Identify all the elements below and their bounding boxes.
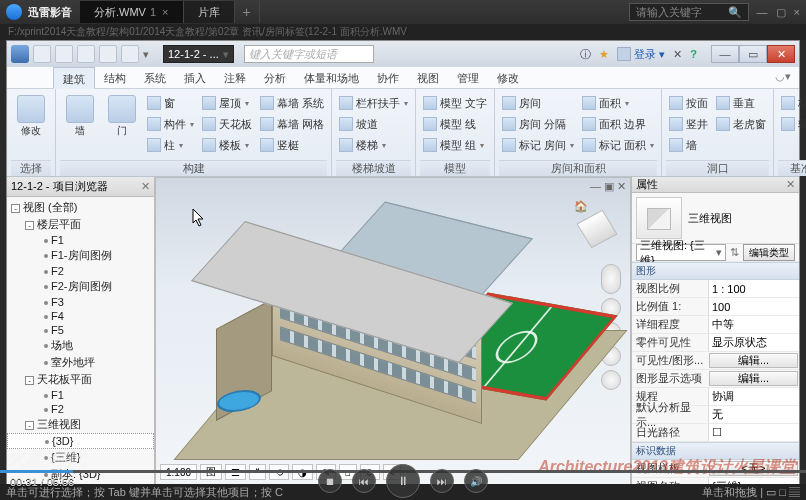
btn-component[interactable]: 构件▾ — [144, 114, 197, 134]
star-icon[interactable]: ★ — [599, 48, 609, 61]
btn-room[interactable]: 房间 — [499, 93, 577, 113]
tree-node-11[interactable]: -天花板平面 — [7, 371, 154, 388]
btn-tag-room[interactable]: 标记 房间▾ — [499, 135, 577, 155]
btn-roof[interactable]: 屋顶▾ — [199, 93, 255, 113]
btn-wall[interactable]: 墙 — [60, 91, 100, 160]
tree-node-7[interactable]: F4 — [7, 309, 154, 323]
browser-header[interactable]: 12-1-2 - 项目浏览器 ✕ — [7, 177, 154, 197]
vp-status-6[interactable]: ✎ — [316, 464, 336, 480]
login-link[interactable]: 登录 ▾ — [617, 47, 665, 62]
tree-node-4[interactable]: F2 — [7, 264, 154, 278]
vp-status-3[interactable]: ᔿ — [249, 464, 266, 480]
player-tab-0[interactable]: 分析.WMV 1 × — [80, 1, 184, 23]
btn-curtain-system[interactable]: 幕墙 系统 — [257, 93, 327, 113]
ribbon-tab-5[interactable]: 分析 — [255, 67, 295, 89]
prop-value[interactable]: 100 — [708, 298, 799, 315]
vp-status-2[interactable]: ☰ — [225, 464, 246, 480]
qat-redo[interactable] — [99, 45, 117, 63]
qat-undo[interactable] — [77, 45, 95, 63]
properties-close[interactable]: ✕ — [786, 178, 795, 191]
properties-header[interactable]: 属性 ✕ — [632, 177, 799, 193]
ribbon-tab-10[interactable]: 修改 — [488, 67, 528, 89]
btn-grid[interactable]: 轴网 — [778, 114, 806, 134]
lookaround-icon[interactable] — [601, 370, 621, 390]
revit-close[interactable]: ✕ — [767, 45, 795, 63]
home-icon[interactable]: 🏠 — [574, 200, 586, 212]
tree-node-2[interactable]: F1 — [7, 233, 154, 247]
revit-search[interactable]: 键入关键字或短语 — [244, 45, 374, 63]
qat-drop[interactable]: ▾ — [143, 48, 149, 61]
prop-value[interactable]: 无 — [708, 406, 799, 423]
player-max[interactable]: ▢ — [776, 6, 786, 19]
prop-value[interactable]: 显示原状态 — [708, 334, 799, 351]
prop-value[interactable]: 协调 — [708, 388, 799, 405]
btn-ramp[interactable]: 坡道 — [336, 114, 411, 134]
ribbon-collapse-icon[interactable]: ◡▾ — [767, 67, 799, 88]
viewcube-cube[interactable] — [577, 210, 618, 249]
btn-column[interactable]: 柱▾ — [144, 135, 197, 155]
ribbon-tab-7[interactable]: 协作 — [368, 67, 408, 89]
tree-node-8[interactable]: F5 — [7, 323, 154, 337]
tree-node-3[interactable]: F1-房间图例 — [7, 247, 154, 264]
tree-node-13[interactable]: F2 — [7, 402, 154, 416]
btn-wall-opening[interactable]: 墙 — [666, 135, 711, 155]
btn-window[interactable]: 窗 — [144, 93, 197, 113]
prop-value[interactable]: ☐ — [708, 424, 799, 441]
browser-tree[interactable]: -视图 (全部)-楼层平面F1F1-房间图例F2F2-房间图例F3F4F5场地室… — [7, 197, 154, 485]
btn-door[interactable]: 门 — [102, 91, 142, 160]
ribbon-tab-0[interactable]: 建筑 — [53, 67, 95, 89]
prop-value[interactable]: 编辑... — [709, 371, 798, 386]
vp-status-0[interactable]: 1:100 — [160, 464, 197, 480]
btn-dormer[interactable]: 老虎窗 — [713, 114, 769, 134]
ribbon-tab-3[interactable]: 插入 — [175, 67, 215, 89]
prop-group-0[interactable]: 图形 — [632, 262, 799, 280]
revit-restore[interactable]: ▭ — [739, 45, 767, 63]
edit-type-button[interactable]: 编辑类型 — [743, 244, 795, 261]
tree-node-5[interactable]: F2-房间图例 — [7, 278, 154, 295]
btn-stair[interactable]: 楼梯▾ — [336, 135, 411, 155]
tree-node-9[interactable]: 场地 — [7, 337, 154, 354]
btn-model-line[interactable]: 模型 线 — [420, 114, 490, 134]
vp-status-8[interactable]: ⟳ — [360, 464, 380, 480]
btn-level[interactable]: 标高 — [778, 93, 806, 113]
ribbon-tab-2[interactable]: 系统 — [135, 67, 175, 89]
btn-floor[interactable]: 楼板▾ — [199, 135, 255, 155]
qat-save[interactable] — [55, 45, 73, 63]
prop-value[interactable]: 编辑... — [709, 353, 798, 368]
prop-value[interactable]: 中等 — [708, 316, 799, 333]
steering-wheel[interactable] — [601, 264, 621, 294]
ribbon-tab-4[interactable]: 注释 — [215, 67, 255, 89]
viewport-3d[interactable]: — ▣ ✕ 🏠 — [155, 177, 631, 485]
prop-value[interactable]: 1 : 100 — [708, 280, 799, 297]
btn-shaft[interactable]: 竖井 — [666, 114, 711, 134]
player-min[interactable]: — — [757, 6, 768, 19]
btn-railing[interactable]: 栏杆扶手▾ — [336, 93, 411, 113]
vp-status-7[interactable]: ⌂ — [339, 464, 357, 480]
btn-mullion[interactable]: 竖梃 — [257, 135, 327, 155]
btn-model-text[interactable]: 模型 文字 — [420, 93, 490, 113]
viewcube[interactable]: 🏠 — [574, 206, 624, 256]
btn-room-sep[interactable]: 房间 分隔 — [499, 114, 577, 134]
btn-ceiling[interactable]: 天花板 — [199, 114, 255, 134]
viewport-window-buttons[interactable]: — ▣ ✕ — [590, 180, 626, 193]
btn-modify[interactable]: 修改 — [11, 91, 51, 160]
tree-node-12[interactable]: F1 — [7, 388, 154, 402]
qat-print[interactable] — [121, 45, 139, 63]
player-tab-add[interactable]: + — [235, 1, 260, 23]
tree-node-1[interactable]: -楼层平面 — [7, 216, 154, 233]
instance-selector[interactable]: 三维视图: {三维} ▾ — [636, 244, 726, 261]
tree-node-10[interactable]: 室外地坪 — [7, 354, 154, 371]
btn-vertical[interactable]: 垂直 — [713, 93, 769, 113]
vp-status-4[interactable]: ⟲ — [269, 464, 289, 480]
tree-node-14[interactable]: -三维视图 — [7, 416, 154, 433]
btn-model-group[interactable]: 模型 组▾ — [420, 135, 490, 155]
btn-area-boundary[interactable]: 面积 边界 — [579, 114, 657, 134]
exchange-icon[interactable]: ✕ — [673, 48, 682, 61]
btn-area[interactable]: 面积▾ — [579, 93, 657, 113]
ribbon-tab-9[interactable]: 管理 — [448, 67, 488, 89]
ribbon-tab-1[interactable]: 结构 — [95, 67, 135, 89]
vp-status-1[interactable]: 图 — [200, 464, 222, 480]
help-icon[interactable]: ? — [690, 48, 697, 60]
vp-status-9[interactable]: < — [383, 464, 401, 480]
tree-node-6[interactable]: F3 — [7, 295, 154, 309]
